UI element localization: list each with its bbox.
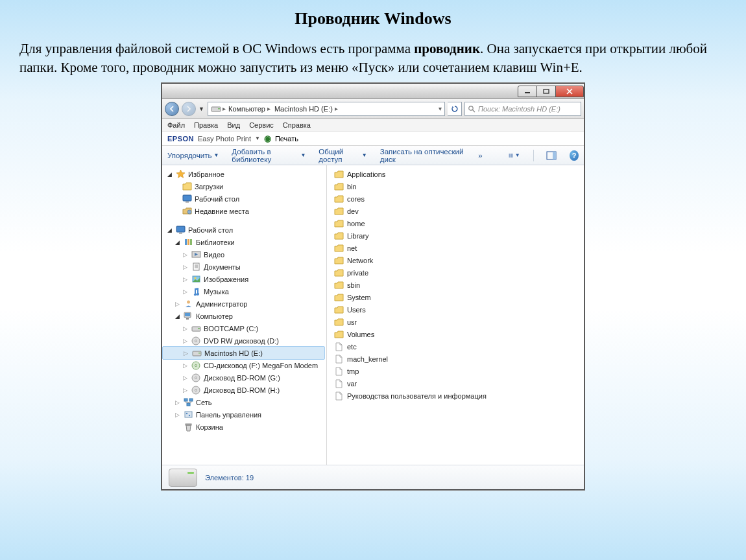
svg-rect-0 (525, 92, 530, 93)
menu-help[interactable]: Справка (283, 121, 311, 129)
list-item[interactable]: mach_kernel (332, 353, 584, 365)
list-item[interactable]: private (332, 266, 584, 279)
breadcrumb-seg1-label: Компьютер (228, 105, 265, 113)
list-item[interactable]: Network (332, 254, 584, 266)
menu-view[interactable]: Вид (227, 121, 240, 129)
user-icon (183, 299, 193, 309)
tree-macintosh[interactable]: ▷ Macintosh HD (E:) (162, 346, 325, 360)
tree-admin[interactable]: ▷ Администратор (162, 298, 326, 310)
burn-button[interactable]: Записать на оптический диск (380, 148, 465, 163)
tree-label: Рабочий стол (195, 195, 239, 203)
print-icon: ◉ (264, 134, 271, 143)
tree-music[interactable]: ▷ Музыка (162, 285, 326, 298)
tree-downloads[interactable]: Загрузки (162, 180, 326, 192)
list-item[interactable]: bin (332, 180, 584, 192)
share-button[interactable]: Общий доступ ▼ (319, 148, 367, 163)
view-mode-button[interactable]: ▼ (509, 150, 520, 161)
item-label: System (347, 294, 371, 301)
list-item[interactable]: usr (332, 316, 584, 328)
menu-service[interactable]: Сервис (249, 121, 274, 129)
tree-libraries[interactable]: ◢ Библиотеки (162, 236, 326, 248)
add-library-button[interactable]: Добавить в библиотеку ▼ (232, 148, 306, 163)
file-icon (333, 379, 344, 389)
folder-icon (333, 268, 344, 278)
svg-rect-15 (186, 202, 189, 203)
svg-point-42 (195, 377, 197, 379)
tree-bdg[interactable]: ▷ Дисковод BD-ROM (G:) (162, 371, 326, 384)
tree-trash[interactable]: ▷ Корзина (162, 421, 326, 433)
tree-label: BOOTCAMP (C:) (204, 325, 258, 332)
svg-point-29 (187, 301, 190, 304)
epson-dropdown-icon[interactable]: ▼ (255, 135, 260, 141)
computer-icon (183, 311, 193, 321)
list-item[interactable]: home (332, 217, 584, 229)
toolbar-more[interactable]: » (478, 152, 482, 159)
epson-logo: EPSON (167, 135, 194, 143)
disc-icon (191, 373, 201, 383)
list-item[interactable]: Applications (332, 168, 584, 180)
list-item[interactable]: System (332, 291, 584, 303)
forward-button[interactable] (182, 102, 196, 116)
tree-desktop[interactable]: ◢ Рабочий стол (162, 224, 326, 236)
disc-icon (191, 385, 201, 395)
svg-rect-51 (186, 424, 191, 425)
status-text: Элементов: 19 (205, 474, 254, 482)
list-item[interactable]: sbin (332, 279, 584, 291)
list-item[interactable]: net (332, 242, 584, 254)
organize-button[interactable]: Упорядочить ▼ (167, 152, 219, 159)
menubar: Файл Правка Вид Сервис Справка (162, 119, 584, 132)
list-item[interactable]: cores (332, 192, 584, 205)
nav-history-dropdown[interactable]: ▼ (199, 106, 205, 112)
tree-label: Библиотеки (196, 239, 235, 246)
close-button[interactable] (555, 86, 584, 97)
tree-network[interactable]: ▷ Сеть (162, 396, 326, 408)
help-button[interactable]: ? (570, 150, 579, 161)
file-icon (333, 354, 344, 364)
tree-documents[interactable]: ▷ Документы (162, 261, 326, 273)
minimize-button[interactable] (518, 86, 537, 97)
tree-bdh[interactable]: ▷ Дисковод BD-ROM (H:) (162, 384, 326, 396)
list-item[interactable]: tmp (332, 365, 584, 377)
back-button[interactable] (165, 102, 179, 116)
address-row: ▼ ▸ Компьютер▸ Macintosh HD (E:)▸ ▾ Поис… (162, 99, 584, 119)
item-label: bin (347, 183, 357, 191)
breadcrumb[interactable]: ▸ Компьютер▸ Macintosh HD (E:)▸ ▾ (208, 102, 445, 116)
breadcrumb-computer[interactable]: Компьютер▸ (227, 105, 272, 113)
list-item[interactable]: etc (332, 340, 584, 353)
list-item[interactable]: Руководства пользователя и информация (332, 390, 584, 402)
search-icon (468, 105, 475, 113)
epson-toolbar: EPSON Easy Photo Print ▼ ◉ Печать (162, 132, 584, 146)
tree-pictures[interactable]: ▷ Изображения (162, 273, 326, 285)
search-input[interactable]: Поиск: Macintosh HD (E:) (464, 102, 581, 116)
menu-file[interactable]: Файл (167, 121, 185, 129)
tree-control-panel[interactable]: ▷ Панель управления (162, 408, 326, 421)
tree-label: Дисковод BD-ROM (G:) (204, 374, 280, 382)
tree-recent[interactable]: Недавние места (162, 205, 326, 217)
file-icon (333, 366, 344, 377)
svg-rect-8 (509, 156, 510, 157)
tree-label: Компьютер (196, 312, 233, 320)
epson-print[interactable]: Печать (275, 135, 298, 143)
list-item[interactable]: Volumes (332, 328, 584, 340)
tree-bootcamp[interactable]: ▷ BOOTCAMP (C:) (162, 322, 326, 334)
list-item[interactable]: Library (332, 229, 584, 242)
list-item[interactable]: Users (332, 303, 584, 316)
refresh-button[interactable] (448, 102, 462, 116)
tree-desktop-fav[interactable]: Рабочий стол (162, 192, 326, 205)
svg-point-28 (194, 277, 196, 279)
tree-video[interactable]: ▷ Видео (162, 248, 326, 261)
preview-pane-button[interactable] (546, 150, 557, 161)
tree-favorites[interactable]: ◢ Избранное (162, 168, 326, 180)
tree-computer[interactable]: ◢ Компьютер (162, 310, 326, 322)
menu-edit[interactable]: Правка (194, 121, 218, 129)
breadcrumb-drive[interactable]: Macintosh HD (E:)▸ (273, 105, 339, 113)
breadcrumb-dropdown-icon[interactable]: ▾ (439, 105, 442, 112)
maximize-button[interactable] (536, 86, 556, 97)
tree-cdrom[interactable]: ▷ CD-дисковод (F:) MegaFon Modem (162, 359, 326, 371)
tree-label: DVD RW дисковод (D:) (204, 337, 279, 345)
list-item[interactable]: dev (332, 205, 584, 217)
epson-text[interactable]: Easy Photo Print (198, 135, 251, 143)
slide-paragraph: Для управления файловой системой в ОС Wi… (19, 40, 727, 76)
list-item[interactable]: var (332, 377, 584, 390)
tree-dvdrw[interactable]: ▷ DVD RW дисковод (D:) (162, 334, 326, 347)
